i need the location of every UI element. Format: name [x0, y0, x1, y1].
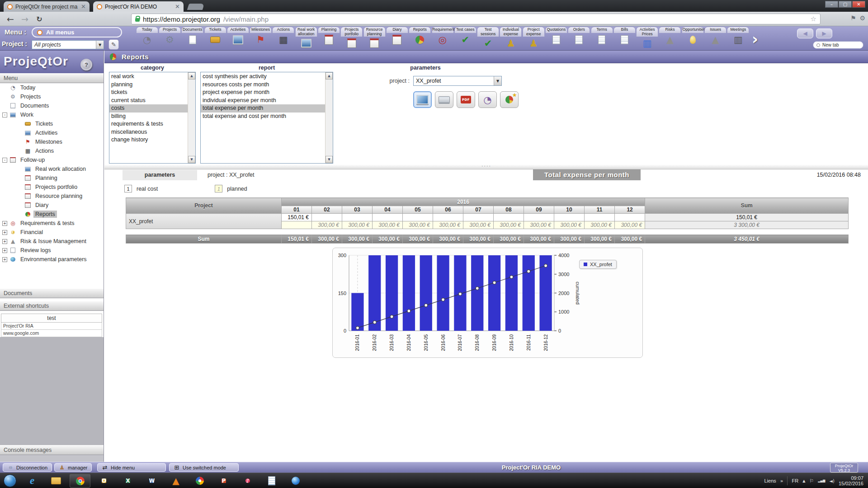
toolbar-tab[interactable]: Bills — [613, 26, 636, 51]
sidebar-menu-item[interactable]: + Review logs — [0, 246, 104, 255]
edit-pencil-button[interactable]: ✎ — [108, 39, 119, 50]
tree-expand-icon[interactable]: + — [2, 257, 7, 262]
sidebar-menu-item[interactable]: Activities — [0, 128, 104, 137]
chevron-down-icon[interactable]: ▼ — [494, 76, 501, 85]
shortcuts-section-header[interactable]: External shortcuts — [0, 301, 104, 311]
toolbar-tab[interactable]: Individual expense — [500, 26, 522, 51]
sidebar-menu-item[interactable]: Projects — [0, 92, 104, 101]
toolbar-tab[interactable]: Orders — [568, 26, 590, 51]
sidebar-menu-item[interactable]: + Financial — [0, 228, 104, 237]
taskbar-app[interactable] — [213, 474, 234, 488]
taskbar-app[interactable] — [165, 474, 186, 488]
toolbar-tab[interactable]: Quotations — [545, 26, 567, 51]
chevron-down-icon[interactable]: ▼ — [96, 41, 104, 49]
report-option[interactable]: total expense and cost per month — [201, 113, 325, 121]
toolbar-overflow-chevron-icon[interactable]: › — [752, 30, 758, 48]
toolbar-tab[interactable]: Today — [136, 26, 158, 51]
links-toolbar-label[interactable]: Liens — [764, 478, 776, 483]
scroll-up-icon[interactable] — [188, 72, 195, 80]
scrollbar[interactable] — [188, 72, 195, 163]
panel-splitter[interactable]: ···· — [104, 164, 868, 169]
toolbar-tab[interactable]: Real work allocation — [295, 26, 317, 51]
report-option[interactable]: resources costs per month — [201, 81, 325, 89]
address-bar[interactable]: https://demo.projeqtor.org/view/main.php… — [131, 14, 821, 24]
status-bar-button[interactable]: manager — [54, 463, 92, 472]
network-icon[interactable] — [818, 479, 825, 483]
reload-icon[interactable]: ↻ — [33, 13, 45, 25]
browser-tab[interactable]: ProjeQtOr free project ma ✕ — [4, 1, 90, 12]
category-option[interactable]: tickets — [109, 89, 188, 97]
toolbar-tab[interactable]: Diary — [386, 26, 408, 51]
category-option[interactable]: billing — [109, 113, 188, 121]
tray-expand-icon[interactable] — [802, 479, 805, 483]
sidebar-menu-item[interactable]: Real work allocation — [0, 164, 104, 174]
scroll-down-icon[interactable] — [326, 156, 333, 163]
taskbar-app[interactable] — [94, 474, 114, 488]
taskbar-app[interactable] — [261, 474, 282, 488]
scroll-up-icon[interactable] — [326, 72, 333, 80]
bookmark-star-icon[interactable]: ☆ — [811, 15, 816, 23]
toolbar-tab[interactable]: Actions — [272, 26, 295, 51]
toolbar-tab[interactable]: Risks — [659, 26, 681, 51]
volume-icon[interactable] — [829, 479, 835, 483]
report-option[interactable]: cost synthesis per activity — [201, 73, 325, 81]
sidebar-menu-item[interactable]: + Requirements & tests — [0, 219, 104, 228]
browser-tab-active[interactable]: Project'Or RIA DEMO ✕ — [93, 1, 184, 12]
settings-wrench-icon[interactable]: ⚙ — [859, 14, 865, 22]
report-action-button[interactable] — [500, 91, 519, 108]
sidebar-menu-item[interactable]: Actions — [0, 146, 104, 155]
report-option[interactable]: total expense per month — [201, 104, 325, 113]
keyboard-language-label[interactable]: FR — [792, 478, 798, 483]
taskbar-app[interactable] — [46, 474, 66, 488]
taskbar-app[interactable] — [142, 474, 162, 488]
toolbar-tab[interactable]: Activities — [226, 26, 249, 51]
shortcut-link[interactable]: www.google.com — [1, 330, 102, 337]
taskbar-app[interactable] — [70, 474, 90, 488]
category-option[interactable]: costs — [109, 104, 188, 113]
toolbar-tab[interactable]: Test sessions — [476, 26, 499, 51]
category-option[interactable]: planning — [109, 81, 188, 89]
report-option[interactable]: individual expense per month — [201, 97, 325, 105]
sidebar-menu-item[interactable]: Milestones — [0, 137, 104, 146]
toolbar-tab[interactable]: Tickets — [204, 26, 226, 51]
nav-back-icon[interactable]: ◀ — [797, 28, 813, 38]
sidebar-menu-item[interactable]: - Work — [0, 110, 104, 119]
sidebar-menu-item[interactable]: Planning — [0, 174, 104, 183]
toolbar-tab[interactable]: Terms — [590, 26, 613, 51]
taskbar-app[interactable] — [285, 474, 306, 488]
forward-icon[interactable]: → — [19, 13, 31, 25]
parameters-tab[interactable]: parameters — [123, 170, 197, 180]
toolbar-tab[interactable]: Test cases — [454, 26, 476, 51]
project-select[interactable]: All projects ▼ — [32, 40, 104, 49]
action-center-flag-icon[interactable] — [809, 478, 814, 484]
new-tab-button[interactable] — [187, 4, 205, 10]
tab-close-icon[interactable]: ✕ — [175, 3, 180, 10]
tree-expand-icon[interactable]: - — [2, 113, 7, 117]
toolbar-tab[interactable]: Reports — [409, 26, 431, 51]
toolbar-tab[interactable]: Requirements — [431, 26, 454, 51]
category-option[interactable]: change history — [109, 136, 188, 144]
sidebar-menu-item[interactable]: + Risk & Issue Management — [0, 237, 104, 246]
category-option[interactable]: miscellaneous — [109, 128, 188, 136]
toolbar-tab[interactable]: Project expense — [522, 26, 545, 51]
toolbar-tab[interactable]: Projects — [158, 26, 181, 51]
minimize-icon[interactable]: – — [825, 1, 838, 8]
taskbar-app[interactable] — [22, 474, 42, 488]
category-option[interactable]: current status — [109, 97, 188, 105]
tab-close-icon[interactable]: ✕ — [81, 3, 86, 10]
toolbar-tab[interactable]: Projects portfolio — [340, 26, 363, 51]
sidebar-menu-item[interactable]: - Follow-up — [0, 155, 104, 164]
tree-expand-icon[interactable]: + — [2, 221, 7, 226]
splitter-handle[interactable]: ···· — [475, 163, 498, 169]
status-bar-button[interactable]: Hide menu — [97, 463, 166, 472]
sidebar-menu-item[interactable]: Documents — [0, 101, 104, 110]
status-bar-button[interactable]: Use switched mode — [169, 463, 239, 472]
documents-section-header[interactable]: Documents — [0, 288, 104, 298]
sidebar-menu-item[interactable]: Today — [0, 83, 104, 92]
sidebar-menu-item[interactable]: Tickets — [0, 119, 104, 128]
toolbar-tab[interactable]: Meetings — [727, 26, 750, 51]
tree-expand-icon[interactable]: + — [2, 230, 7, 235]
nav-forward-icon[interactable]: ▶ — [816, 28, 832, 38]
report-action-button[interactable] — [413, 91, 432, 108]
shortcut-link[interactable]: Project'Or RIA — [1, 323, 102, 330]
